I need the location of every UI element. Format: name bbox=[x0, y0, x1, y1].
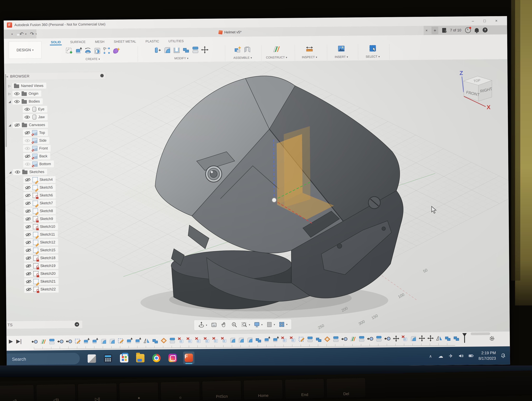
visibility-eye-off-icon[interactable] bbox=[25, 256, 31, 260]
move-copy-icon[interactable] bbox=[201, 46, 209, 54]
taskbar-app-task-view[interactable] bbox=[86, 352, 98, 365]
ribbon-group-label-insert[interactable]: INSERT▾ bbox=[335, 55, 348, 59]
rectangular-pattern-icon[interactable] bbox=[103, 47, 111, 55]
timeline-feature-extrude-x[interactable] bbox=[290, 336, 296, 343]
version-edit-icon[interactable] bbox=[442, 28, 446, 33]
browser-item-sketch7[interactable]: Sketch7 bbox=[5, 199, 107, 207]
timeline-skip-end-button[interactable]: ▶| bbox=[16, 338, 22, 344]
timeline-feature-split-body[interactable] bbox=[358, 336, 365, 342]
browser-item-origin[interactable]: ▷Origin bbox=[4, 89, 106, 98]
revolve-icon[interactable] bbox=[84, 47, 92, 55]
combine-icon[interactable] bbox=[182, 46, 190, 54]
new-document-button[interactable]: + bbox=[431, 27, 438, 34]
browser-collapse-icon[interactable]: « bbox=[6, 74, 8, 78]
redo-icon[interactable]: ↷ bbox=[30, 32, 34, 36]
browser-item-sketch6[interactable]: Sketch6 bbox=[5, 191, 107, 200]
timeline-feature-combine[interactable] bbox=[444, 335, 451, 342]
battery-icon[interactable] bbox=[468, 353, 474, 359]
timeline-feature-move[interactable] bbox=[418, 335, 425, 342]
timeline-feature-extrude-x[interactable] bbox=[212, 337, 219, 343]
onedrive-icon[interactable]: ☁ bbox=[438, 353, 443, 359]
timeline-feature-extrude-x[interactable] bbox=[401, 335, 408, 342]
notification-bell-icon[interactable] bbox=[475, 28, 479, 32]
display-settings-icon[interactable] bbox=[253, 321, 260, 328]
browser-item-eye[interactable]: Eye bbox=[4, 105, 106, 113]
orbit-icon[interactable] bbox=[198, 322, 205, 329]
model-viewport[interactable]: 50100150200250300 Z TOP FRONT RIGHT X « … bbox=[4, 59, 510, 336]
browser-item-side[interactable]: Side bbox=[5, 136, 106, 145]
help-icon[interactable]: ? bbox=[483, 27, 488, 32]
taskbar-app-file-explorer[interactable] bbox=[135, 352, 146, 364]
timeline-feature-split-body[interactable] bbox=[375, 335, 382, 342]
timeline-feature-joint-origin[interactable] bbox=[57, 338, 64, 345]
visibility-eye-off-icon[interactable] bbox=[25, 162, 31, 166]
browser-item-sketch5[interactable]: Sketch5 bbox=[5, 183, 107, 192]
browser-item-top[interactable]: Top bbox=[5, 128, 106, 137]
tray-clock[interactable]: 2:19 PM 8/17/2023 bbox=[478, 350, 496, 361]
browser-item-front[interactable]: Front bbox=[5, 144, 107, 153]
timeline-feature-sketch[interactable] bbox=[117, 337, 124, 344]
visibility-eye-off-icon[interactable] bbox=[25, 209, 31, 213]
dropdown-caret-icon[interactable]: ▾ bbox=[286, 323, 287, 326]
timeline-feature-joint-origin[interactable] bbox=[384, 335, 391, 342]
visibility-eye-icon[interactable] bbox=[24, 115, 30, 119]
timeline-feature-fillet[interactable] bbox=[247, 336, 253, 343]
ribbon-group-label-create[interactable]: CREATE▾ bbox=[86, 57, 100, 61]
ribbon-group-label-inspect[interactable]: INSPECT▾ bbox=[302, 55, 317, 59]
timeline-feature-construct-plane[interactable] bbox=[324, 336, 331, 343]
maximize-button[interactable]: □ bbox=[482, 19, 488, 23]
timeline-feature-fillet[interactable] bbox=[100, 338, 107, 344]
visibility-eye-off-icon[interactable] bbox=[25, 178, 31, 182]
volume-icon[interactable] bbox=[458, 353, 464, 359]
timeline-playhead[interactable] bbox=[462, 333, 467, 343]
new-component-icon[interactable] bbox=[234, 45, 242, 54]
view-cube[interactable]: Z TOP FRONT RIGHT X bbox=[453, 68, 499, 112]
timeline-feature-fillet[interactable] bbox=[410, 335, 417, 342]
browser-item-jaw[interactable]: Jaw bbox=[5, 112, 106, 121]
browser-item-sketch4[interactable]: Sketch4 bbox=[5, 175, 107, 184]
ribbon-tab-sheet-metal[interactable]: SHEET METAL bbox=[114, 39, 136, 44]
dropdown-caret-icon[interactable]: ▾ bbox=[249, 323, 250, 326]
timeline-settings-gear-icon[interactable] bbox=[488, 335, 495, 342]
visibility-eye-off-icon[interactable] bbox=[26, 287, 32, 291]
ribbon-tab-surface[interactable]: SURFACE bbox=[70, 40, 86, 45]
visibility-eye-off-icon[interactable] bbox=[25, 154, 30, 158]
timeline-feature-construct-plane[interactable] bbox=[160, 337, 167, 344]
timeline-feature-extrude-x[interactable] bbox=[195, 337, 202, 344]
grid-display-icon[interactable] bbox=[266, 321, 273, 328]
timeline-feature-sketch[interactable] bbox=[74, 338, 81, 345]
taskbar-app-chrome[interactable] bbox=[151, 352, 162, 364]
timeline-feature-joint-origin[interactable] bbox=[367, 335, 374, 342]
browser-options-button[interactable] bbox=[100, 74, 104, 77]
timeline-feature-move[interactable] bbox=[427, 335, 434, 342]
timeline-feature-extrude[interactable] bbox=[272, 336, 279, 343]
offset-plane-icon[interactable] bbox=[272, 45, 281, 53]
taskbar-app-fusion-360[interactable]: F bbox=[183, 351, 195, 364]
hole-icon[interactable] bbox=[93, 47, 101, 55]
browser-item-sketch19[interactable]: Sketch19 bbox=[6, 261, 108, 270]
timeline-feature-split-body[interactable] bbox=[49, 338, 55, 345]
timeline-feature-extrude-x[interactable] bbox=[177, 337, 184, 344]
timeline-feature-extrude[interactable] bbox=[264, 336, 270, 343]
timeline-feature-extrude-x[interactable] bbox=[281, 336, 288, 343]
browser-item-bodies[interactable]: ◢Bodies bbox=[4, 97, 106, 106]
press-pull-icon[interactable] bbox=[154, 46, 162, 54]
browser-item-sketch8[interactable]: Sketch8 bbox=[5, 207, 107, 215]
select-cursor-icon[interactable] bbox=[369, 44, 377, 52]
browser-item-bottom[interactable]: Bottom bbox=[5, 160, 107, 168]
doc-close-button[interactable]: × bbox=[425, 28, 428, 33]
visibility-eye-icon[interactable] bbox=[14, 92, 20, 96]
joint-icon[interactable] bbox=[243, 45, 251, 53]
timeline-feature-move[interactable] bbox=[393, 335, 399, 342]
browser-item-sketch15[interactable]: Sketch15 bbox=[6, 246, 108, 254]
browser-item-sketches[interactable]: ◢Sketches bbox=[5, 167, 107, 176]
dropdown-caret-icon[interactable]: ▾ bbox=[261, 323, 263, 326]
timeline-feature-mirror[interactable] bbox=[143, 337, 150, 344]
ribbon-tab-utilities[interactable]: UTILITIES bbox=[168, 39, 184, 44]
visibility-eye-off-icon[interactable] bbox=[25, 146, 30, 150]
create-form-icon[interactable] bbox=[112, 46, 120, 55]
timeline-feature-extrude[interactable] bbox=[135, 337, 141, 344]
ribbon-group-label-construct[interactable]: CONSTRUCT▾ bbox=[266, 56, 287, 59]
timeline-feature-joint-origin[interactable] bbox=[341, 336, 348, 342]
taskbar-app-calculator[interactable] bbox=[102, 352, 114, 365]
